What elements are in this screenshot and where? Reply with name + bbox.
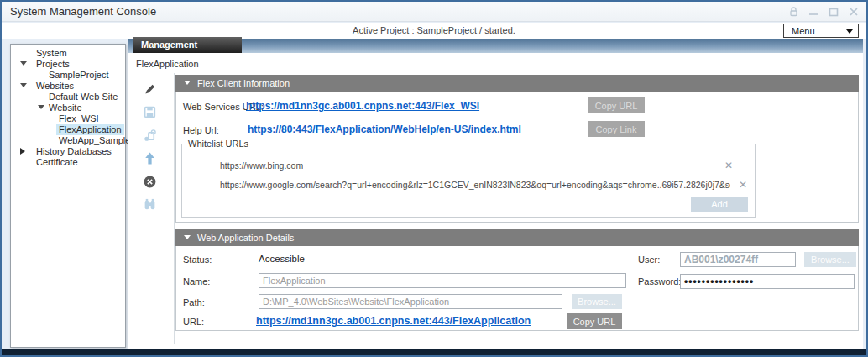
menu-dropdown[interactable]: Menu — [783, 24, 859, 38]
name-input[interactable] — [259, 273, 626, 288]
status-value: Accessible — [259, 254, 305, 264]
status-bar: Active Project : SampleProject / started… — [2, 23, 866, 39]
password-input[interactable] — [680, 274, 855, 289]
name-label: Name: — [183, 276, 210, 286]
maximize-button[interactable] — [828, 7, 839, 17]
tree-item-certificate[interactable]: Certificate — [11, 157, 125, 168]
breadcrumb: FlexApplication — [136, 59, 199, 69]
whitelist-urls-legend: Whitelist URLs — [186, 139, 251, 149]
help-url-link[interactable]: https://80:443/FlexApplication/WebHelp/e… — [248, 123, 521, 135]
whitelist-url-text: https://www.google.com/search?q=url+enco… — [220, 180, 730, 190]
user-browse-button[interactable]: Browse... — [804, 252, 856, 267]
publish-icon[interactable] — [143, 129, 157, 143]
application-url-link[interactable]: https://md1nn3gc.ab001.cnpns.net:443/Fle… — [256, 315, 531, 327]
tree-item-system[interactable]: System — [11, 48, 125, 59]
path-browse-button[interactable]: Browse... — [572, 294, 622, 309]
user-input[interactable] — [680, 252, 796, 267]
whitelist-url-row: https://www.google.com/search?q=url+enco… — [182, 180, 755, 192]
window-title: System Management Console — [10, 5, 156, 18]
save-icon[interactable] — [143, 105, 157, 119]
remove-url-icon[interactable]: ✕ — [724, 160, 733, 171]
expander-down-icon[interactable] — [20, 61, 27, 66]
find-icon[interactable] — [143, 197, 157, 212]
tree-item-webapp-sample[interactable]: WebApp_Sample — [11, 135, 125, 146]
password-label: Password: — [638, 276, 681, 286]
expander-down-icon[interactable] — [20, 83, 27, 87]
path-label: Path: — [183, 297, 205, 307]
section-header[interactable]: Flex Client Information — [175, 75, 859, 92]
tree-item-projects[interactable]: Projects — [11, 59, 125, 70]
copy-link-button[interactable]: Copy Link — [588, 121, 645, 137]
expander-right-icon[interactable] — [20, 148, 25, 155]
title-bar: System Management Console — [2, 2, 866, 22]
help-url-label: Help Url: — [183, 125, 219, 135]
edit-icon[interactable] — [143, 82, 157, 97]
close-button[interactable] — [848, 7, 860, 17]
section-flex-client-information: Flex Client Information Web Services URL… — [175, 75, 859, 223]
status-label: Status: — [183, 255, 212, 265]
window-bottom-edge — [2, 349, 866, 355]
tree-item-flex-wsi[interactable]: Flex_WSI — [11, 113, 125, 124]
path-input[interactable] — [259, 294, 562, 309]
section-header[interactable]: Web Application Details — [175, 229, 859, 246]
tree-item-sampleproject[interactable]: SampleProject — [11, 70, 125, 81]
web-services-url-link[interactable]: https://md1nn3gc.ab001.cnpns.net:443/Fle… — [246, 100, 479, 112]
whitelist-url-text: https://www.bing.com — [220, 160, 303, 171]
copy-url-button[interactable]: Copy URL — [588, 97, 645, 113]
collapse-arrow-icon — [184, 235, 191, 239]
remove-url-icon[interactable]: ✕ — [739, 179, 747, 191]
tree-item-website[interactable]: Website — [11, 102, 125, 113]
whitelist-urls-group: Whitelist URLs https://www.bing.com ✕ ht… — [181, 139, 756, 218]
menu-dropdown-label: Menu — [792, 26, 815, 36]
chevron-down-icon — [846, 29, 853, 34]
app-window: System Management Console Active Project… — [0, 0, 868, 357]
tree-item-websites[interactable]: Websites — [11, 81, 125, 92]
whitelist-url-row: https://www.bing.com ✕ — [182, 160, 755, 173]
copy-url-button[interactable]: Copy URL — [567, 313, 622, 329]
section-web-application-details: Web Application Details Status: Accessib… — [175, 229, 859, 331]
collapse-arrow-icon — [184, 81, 191, 85]
tree-item-flexapplication[interactable]: FlexApplication — [11, 124, 125, 135]
user-label: User: — [638, 255, 660, 265]
tree-item-default-web-site[interactable]: Default Web Site — [11, 92, 125, 102]
tree-item-history-databases[interactable]: History Databases — [11, 146, 125, 157]
active-project-label: Active Project : SampleProject / started… — [2, 23, 866, 39]
section-title: Web Application Details — [197, 233, 294, 243]
divider — [174, 73, 175, 344]
upload-icon[interactable] — [143, 151, 157, 165]
lock-icon — [787, 7, 799, 17]
minimize-button[interactable] — [808, 7, 819, 17]
add-url-button[interactable]: Add — [691, 197, 748, 212]
section-title: Flex Client Information — [197, 78, 290, 88]
cancel-icon[interactable] — [143, 175, 157, 189]
tab-management[interactable]: Management — [133, 37, 242, 53]
content-panel: FlexApplication — [128, 53, 863, 349]
navigation-tree: System Projects SampleProject Websites D… — [10, 44, 126, 348]
url-label: URL: — [183, 317, 204, 327]
expander-down-icon[interactable] — [38, 105, 44, 109]
